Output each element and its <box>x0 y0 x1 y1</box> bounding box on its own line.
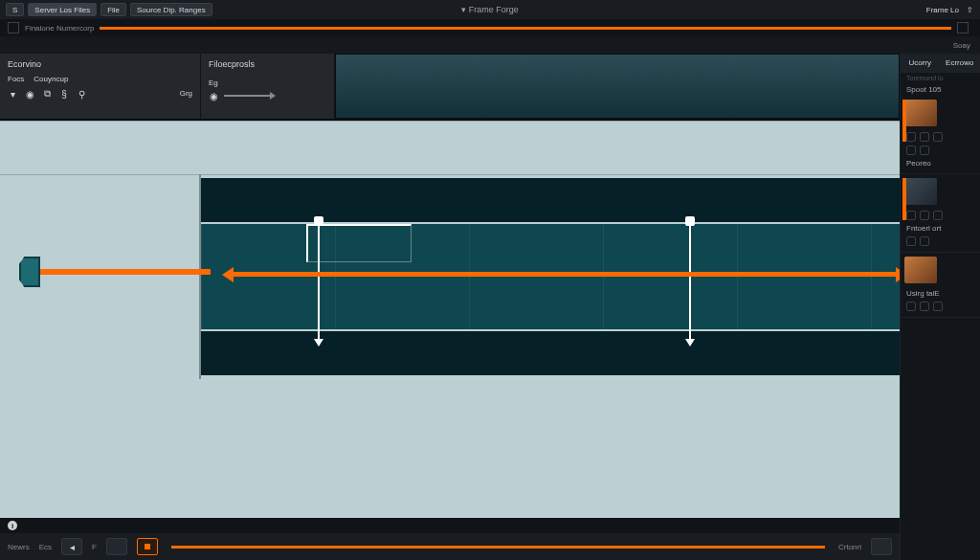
prop2-d[interactable] <box>906 236 916 246</box>
prop-a[interactable] <box>906 146 916 155</box>
col-focs: Focs <box>8 75 24 83</box>
track-lower[interactable] <box>201 331 900 375</box>
share-icon[interactable]: ⇪ <box>965 5 974 14</box>
clip-thumb-2[interactable] <box>904 178 937 205</box>
prev-icon: ◂ <box>70 542 75 552</box>
workspace-label[interactable]: Frame Lo <box>926 6 959 14</box>
copy-icon[interactable]: ⧉ <box>42 89 52 99</box>
prop3-b[interactable] <box>920 302 929 311</box>
info-icon[interactable]: i <box>8 521 17 530</box>
inspector-sub: Toremond lo <box>901 73 980 83</box>
panel-controls: Ecorvino Focs Couyncup ▾ ◉ ⧉ § ⚲ Grg <box>0 54 201 119</box>
preview-monitor[interactable] <box>335 54 900 119</box>
prop2-e[interactable] <box>920 236 929 246</box>
tool-right-label: Grg <box>180 89 192 99</box>
tab-server[interactable]: Server Los Files <box>28 3 97 16</box>
chevron-down-icon[interactable]: ▾ <box>8 89 17 99</box>
selection-box[interactable] <box>306 224 412 262</box>
playhead-stem <box>38 269 211 275</box>
target-icon[interactable]: ◉ <box>25 89 34 99</box>
playhead-head[interactable] <box>19 257 40 287</box>
transport-scrub[interactable] <box>171 546 825 549</box>
check-circle-icon[interactable]: ◉ <box>209 91 218 101</box>
transport-step[interactable] <box>106 538 127 555</box>
transport-label-2: F <box>92 543 97 551</box>
tab-ecrrowo[interactable]: Ecrrowo <box>941 54 981 72</box>
playhead[interactable] <box>19 257 211 287</box>
record-toggle[interactable] <box>8 22 19 34</box>
progress-bar[interactable] <box>100 27 951 30</box>
tab-ucorry[interactable]: Ucorry <box>901 54 941 72</box>
app-title: ▾ Frame Forge <box>461 5 519 14</box>
tab-s[interactable]: S <box>6 3 24 16</box>
clip-thumb-1[interactable] <box>904 100 937 126</box>
menubar: S Server Los Files File Source Dip. Rang… <box>0 0 980 19</box>
transport-bar: Newrs Ecs ◂ F Crtonrl <box>0 533 900 560</box>
select-icon[interactable]: § <box>59 89 69 99</box>
range-arrow[interactable] <box>230 272 900 277</box>
clip-handle-1[interactable] <box>902 100 906 142</box>
transport-label-0: Newrs <box>8 543 30 551</box>
prop2-b[interactable] <box>920 211 929 220</box>
statusbar: i <box>0 518 900 533</box>
prop-b[interactable] <box>920 146 929 155</box>
panel-effects: Filoecprosls Eg ◉ <box>201 54 335 119</box>
ruler <box>0 174 900 175</box>
tab-group: S Server Los Files File Source Dip. Rang… <box>6 3 212 16</box>
prop-visibility[interactable] <box>906 132 916 142</box>
subbar-label: Finalone Numercorp <box>25 24 94 33</box>
prop3-c[interactable] <box>933 302 943 311</box>
prop2-a[interactable] <box>906 211 916 220</box>
timeline-canvas[interactable] <box>0 121 900 518</box>
clip-handle-2[interactable] <box>902 178 906 220</box>
panel-b-header: Filoecprosls <box>209 59 326 69</box>
transport-record[interactable] <box>137 538 158 555</box>
effect-slider[interactable] <box>224 95 272 97</box>
prop-lock[interactable] <box>920 132 929 142</box>
clip-thumb-3[interactable] <box>904 257 937 283</box>
ruler-top <box>0 121 900 122</box>
anchor-icon[interactable]: ⚲ <box>77 89 86 99</box>
transport-end[interactable] <box>871 538 892 555</box>
prop3-a[interactable] <box>906 302 916 311</box>
track-upper[interactable] <box>201 178 900 222</box>
section-label-0: Peoreo <box>906 159 931 168</box>
marker-out[interactable] <box>689 216 691 341</box>
tab-file[interactable]: File <box>100 3 126 16</box>
panel-b-sub: Eg <box>209 78 326 87</box>
section-label-2: Usirg talE <box>906 289 940 298</box>
prop-fx[interactable] <box>933 132 943 142</box>
save-label[interactable]: Soay <box>953 41 970 50</box>
stat-1: Spoot 105 <box>906 85 941 94</box>
col-couyncup: Couyncup <box>33 75 68 83</box>
transport-prev[interactable]: ◂ <box>61 538 82 555</box>
tertiary-bar: Soay <box>0 36 980 54</box>
progress-end[interactable] <box>957 22 969 34</box>
inspector-panel: Ucorry Ecrrowo Toremond lo Spoot 105 Peo… <box>900 54 980 560</box>
panel-strip: Ecorvino Focs Couyncup ▾ ◉ ⧉ § ⚲ Grg <box>0 54 900 121</box>
subbar: Finalone Numercorp <box>0 19 980 36</box>
transport-right-0: Crtonrl <box>838 543 861 551</box>
section-label-1: Fntoerl ort <box>906 224 941 233</box>
panel-a-header: Ecorvino <box>8 59 192 69</box>
record-icon <box>145 544 150 549</box>
prop2-c[interactable] <box>933 211 943 220</box>
marker-in[interactable] <box>318 216 320 341</box>
transport-label-1: Ecs <box>39 543 52 551</box>
tab-source[interactable]: Source Dip. Ranges <box>130 3 212 16</box>
